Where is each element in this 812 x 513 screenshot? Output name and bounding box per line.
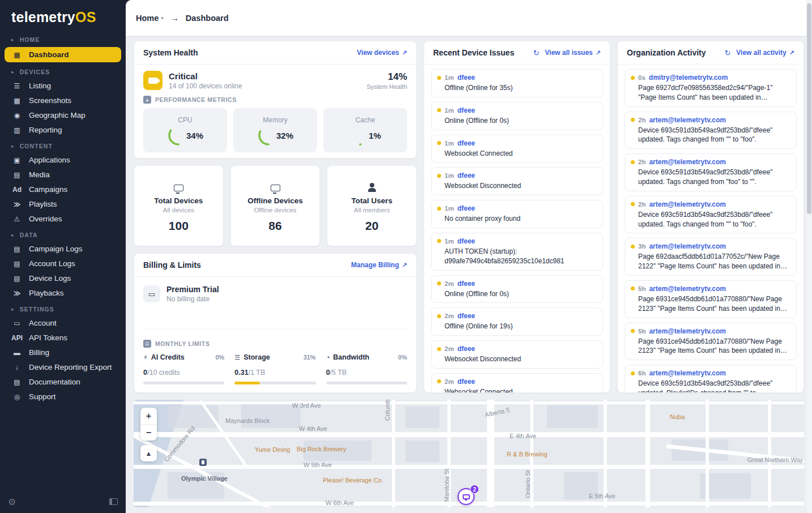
- total-users-card[interactable]: Total Users All members 20: [327, 165, 417, 246]
- issue-device-link[interactable]: dfeee: [458, 312, 475, 320]
- sidebar-item[interactable]: ◎Support: [0, 390, 126, 404]
- issue-item[interactable]: 1m dfeee Websocket Connected: [431, 135, 603, 163]
- activity-item[interactable]: 5h artem@telemetrytv.com Page 6931ce945d…: [625, 280, 797, 318]
- issue-item[interactable]: 2m dfeee Offline (Online for 19s): [431, 307, 603, 336]
- issue-device-link[interactable]: dfeee: [458, 204, 475, 212]
- activity-user-link[interactable]: dmitry@telemetrytv.com: [649, 74, 728, 82]
- view-devices-link[interactable]: View devices: [357, 49, 407, 57]
- status-dot-icon: [631, 287, 635, 290]
- issue-item[interactable]: 2m dfeee Websocket Connected: [431, 373, 603, 392]
- issue-device-link[interactable]: dfeee: [458, 106, 475, 114]
- activity-item[interactable]: 3h artem@telemetrytv.com Page 692daacf5d…: [625, 238, 797, 276]
- health-status: Critical: [169, 71, 242, 81]
- map-block: [547, 405, 598, 428]
- activity-user-link[interactable]: artem@telemetrytv.com: [649, 327, 726, 335]
- activity-user-link[interactable]: artem@telemetrytv.com: [649, 369, 726, 377]
- collapse-sidebar-icon[interactable]: [109, 498, 118, 505]
- activity-item[interactable]: 2h artem@telemetrytv.com Device 693c591d…: [625, 112, 797, 149]
- issue-device-link[interactable]: dfeee: [458, 378, 475, 386]
- issue-item[interactable]: 1m dfeee Online (Offline for 0s): [431, 102, 603, 130]
- refresh-icon[interactable]: ↻: [724, 49, 730, 57]
- locate-button[interactable]: ▲: [140, 445, 157, 461]
- issue-item[interactable]: 1m dfeee Offline (Online for 35s): [431, 69, 603, 97]
- issue-item[interactable]: 2m dfeee Online (Offline for 0s): [431, 275, 603, 303]
- activity-item[interactable]: 2h artem@telemetrytv.com Device 693c591d…: [625, 153, 797, 191]
- zoom-out-button[interactable]: −: [140, 424, 157, 441]
- scrollbar-thumb[interactable]: [807, 3, 811, 214]
- issues-list[interactable]: 1m dfeee Offline (Online for 35s): [424, 65, 610, 392]
- billing-title: Billing & Limits: [143, 260, 201, 270]
- issue-item[interactable]: 2m dfeee Websocket Disconnected: [431, 340, 603, 369]
- sidebar-item[interactable]: ▤Device Logs: [0, 271, 126, 285]
- sidebar-item[interactable]: ⚠Overrides: [0, 212, 126, 226]
- limit-percent: 0%: [398, 354, 407, 361]
- limits-section-label: MONTHLY LIMITS: [155, 340, 210, 347]
- sidebar-item[interactable]: ▭Account: [0, 316, 126, 330]
- issue-item[interactable]: 1m dfeee AUTH TOKEN (startup): d99afe794…: [431, 233, 603, 271]
- activity-user-link[interactable]: artem@telemetrytv.com: [649, 116, 726, 124]
- zoom-in-button[interactable]: +: [140, 408, 157, 424]
- sidebar-section-data[interactable]: ▸DATA: [0, 226, 126, 241]
- issue-device-link[interactable]: dfeee: [458, 237, 475, 245]
- sidebar-section-settings[interactable]: ▸SETTINGS: [0, 301, 126, 315]
- issue-device-link[interactable]: dfeee: [458, 172, 475, 179]
- sidebar-item[interactable]: ☰Listing: [0, 79, 126, 93]
- manage-billing-link[interactable]: Manage Billing: [351, 261, 407, 269]
- sidebar-item[interactable]: AdCampaigns: [0, 182, 126, 196]
- sidebar-item[interactable]: ▤Documentation: [0, 375, 126, 389]
- activity-item[interactable]: 6h artem@telemetrytv.com Device 693c591d…: [625, 365, 797, 392]
- view-all-activity-link[interactable]: View all activity: [736, 49, 794, 57]
- activity-user-link[interactable]: artem@telemetrytv.com: [649, 285, 726, 293]
- sidebar-item[interactable]: ◉Geographic Map: [0, 108, 126, 122]
- sidebar-section-devices[interactable]: ▸DEVICES: [0, 63, 126, 78]
- issue-device-link[interactable]: dfeee: [458, 139, 475, 147]
- activity-time: 6h: [638, 370, 646, 377]
- issue-time: 1m: [445, 172, 454, 179]
- activity-user-link[interactable]: artem@telemetrytv.com: [649, 200, 726, 208]
- sidebar-section-content[interactable]: ▸CONTENT: [0, 138, 126, 152]
- sidebar-item[interactable]: ▤Campaign Logs: [0, 242, 126, 256]
- issue-item[interactable]: 1m dfeee Websocket Disconnected: [431, 167, 603, 195]
- sidebar-item[interactable]: ▥Reporting: [0, 123, 126, 137]
- sidebar-item[interactable]: ≫Playlists: [0, 197, 126, 211]
- device-marker-monitor-icon: [463, 494, 470, 499]
- map[interactable]: Maynards Block W 3rd Ave W 4th Ave E 4th…: [134, 400, 804, 507]
- issue-device-link[interactable]: dfeee: [458, 280, 475, 288]
- activity-item[interactable]: 5h artem@telemetrytv.com Page 6931ce945d…: [625, 323, 797, 361]
- sidebar-item[interactable]: ▤Account Logs: [0, 256, 126, 271]
- device-marker-count-badge: 2: [470, 485, 479, 494]
- settings-gear-icon[interactable]: ⚙: [8, 497, 16, 507]
- sidebar-section-home[interactable]: ▸HOME: [0, 31, 126, 46]
- nav-item-icon: ≫: [11, 289, 23, 297]
- sidebar-item[interactable]: ▬Billing: [0, 345, 126, 360]
- offline-devices-card[interactable]: Offline Devices Offline devices 86: [230, 165, 320, 246]
- activity-item[interactable]: 2h artem@telemetrytv.com Device 693c591d…: [625, 196, 797, 234]
- activity-user-link[interactable]: artem@telemetrytv.com: [649, 158, 726, 166]
- nav-item-icon: ▤: [11, 378, 23, 386]
- activity-item[interactable]: 0s dmitry@telemetrytv.com Page 6927dcf7e…: [625, 69, 797, 107]
- total-devices-card[interactable]: Total Devices All devices 100: [134, 165, 224, 246]
- issue-device-link[interactable]: dfeee: [458, 345, 475, 353]
- refresh-icon[interactable]: ↻: [533, 49, 539, 57]
- sidebar-item[interactable]: ▦Dashboard: [5, 47, 121, 62]
- breadcrumb-home[interactable]: Home▾: [136, 14, 164, 23]
- map-label: W 3rd Ave: [292, 402, 321, 409]
- sidebar-item[interactable]: ↓Device Reporting Export: [0, 360, 126, 374]
- divider: [143, 329, 407, 330]
- activity-user-link[interactable]: artem@telemetrytv.com: [649, 242, 726, 250]
- nav-item-icon: ▦: [11, 51, 23, 59]
- view-all-issues-link[interactable]: View all issues: [545, 49, 601, 57]
- activity-list[interactable]: 0s dmitry@telemetrytv.com Page 6927dcf7e…: [618, 65, 804, 392]
- sidebar-item[interactable]: ▤Media: [0, 168, 126, 182]
- sidebar-item[interactable]: APIAPI Tokens: [0, 331, 126, 345]
- sidebar-item[interactable]: ▣Applications: [0, 153, 126, 167]
- issue-message: AUTH TOKEN (startup): d99afe7949c4bfa826…: [445, 247, 597, 266]
- activity-message: Device 693c591d3b549ac9df253bd8/"dfeee" …: [638, 168, 790, 187]
- map-poi-label: Yume Dining: [255, 446, 290, 453]
- issue-item[interactable]: 1m dfeee No container proxy found: [431, 200, 603, 228]
- sidebar-item[interactable]: ▦Screenshots: [0, 93, 126, 108]
- issue-device-link[interactable]: dfeee: [458, 74, 475, 82]
- section-caret-icon: ▸: [11, 69, 15, 75]
- sidebar-item[interactable]: ≫Playbacks: [0, 286, 126, 300]
- section-label: DATA: [20, 232, 38, 238]
